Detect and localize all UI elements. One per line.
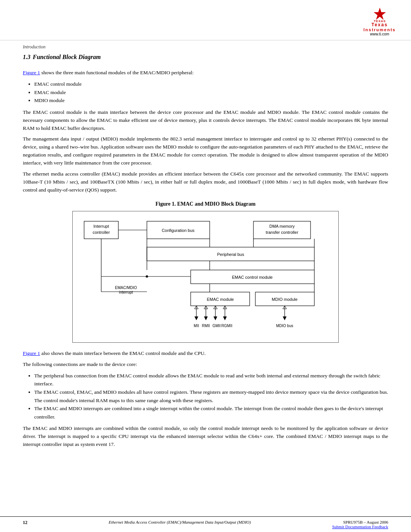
figure-container: Figure 1. EMAC and MDIO Block Diagram In… bbox=[23, 201, 388, 343]
section-heading: 1.3 Functional Block Diagram bbox=[23, 51, 388, 65]
footer-doc-ref: SPRU975B – August 2006 bbox=[332, 520, 388, 524]
peripheral-bus-label: Peripheral bus bbox=[217, 252, 244, 257]
logo-texas: Texas bbox=[371, 22, 388, 27]
para5: The following connections are made to th… bbox=[23, 361, 388, 369]
mdio-module-label: MDIO module bbox=[272, 297, 298, 302]
emac-mdio-int-label2: interrupt bbox=[119, 290, 133, 294]
main-content: 1.3 Functional Block Diagram Figure 1 sh… bbox=[0, 51, 411, 459]
arrow-rmii-head bbox=[204, 316, 208, 320]
section-title: Functional Block Diagram bbox=[33, 54, 101, 61]
footer-right: SPRU975B – August 2006 Submit Documentat… bbox=[332, 520, 388, 529]
interrupt-label2: controller bbox=[92, 230, 110, 235]
arrow-gmii-head bbox=[213, 316, 217, 320]
section-number: 1.3 bbox=[23, 54, 30, 61]
figure1-link-1[interactable]: Figure 1 bbox=[23, 70, 40, 75]
ti-logo-icon: TEXAS bbox=[370, 7, 390, 23]
arrow-mii-head bbox=[194, 316, 198, 320]
figure-title: Figure 1. EMAC and MDIO Block Diagram bbox=[23, 201, 388, 207]
feedback-link[interactable]: Submit Documentation Feedback bbox=[332, 524, 388, 529]
mdio-bus-label: MDIO bus bbox=[276, 324, 293, 328]
intro-text: shows the three main functional modules … bbox=[40, 70, 193, 75]
config-bus-label: Configuration bus bbox=[162, 228, 195, 233]
page-number: 12 bbox=[23, 520, 27, 525]
gmii-label: GMII bbox=[212, 324, 221, 328]
para6: The EMAC and MDIO interrupts are combine… bbox=[23, 425, 388, 449]
ti-logo: TEXAS Texas Instruments www.ti.com bbox=[363, 7, 396, 36]
rmii-label: RMII bbox=[202, 324, 210, 328]
page-footer: 12 Ethernet Media Access Controller (EMA… bbox=[0, 516, 411, 532]
mii-label: MII bbox=[194, 324, 199, 328]
list-item: The EMAC and MDIO interrupts are combine… bbox=[34, 404, 388, 421]
logo-url: www.ti.com bbox=[370, 32, 389, 36]
rgmii-label: RGMII bbox=[221, 324, 233, 328]
logo-instruments: Instruments bbox=[363, 27, 396, 32]
breadcrumb: Introduction bbox=[0, 40, 411, 51]
page: TEXAS Texas Instruments www.ti.com Intro… bbox=[0, 0, 411, 532]
dma-label1: DMA memory bbox=[269, 224, 295, 228]
interrupt-label1: Interrupt bbox=[94, 224, 109, 228]
footer-center: Ethernet Media Access Controller (EMAC)/… bbox=[27, 520, 332, 524]
dma-label2: transfer controller bbox=[266, 230, 298, 235]
connections-list: The peripheral bus connection from the E… bbox=[34, 372, 388, 421]
para2: The management data input / output (MDIO… bbox=[23, 135, 388, 167]
list-item: MDIO module bbox=[34, 96, 388, 105]
svg-marker-0 bbox=[374, 8, 386, 20]
para4-text: also shows the main interface between th… bbox=[40, 350, 206, 356]
intro-paragraph: Figure 1 shows the three main functional… bbox=[23, 69, 388, 77]
para1: The EMAC control module is the main inte… bbox=[23, 109, 388, 133]
list-item: EMAC control module bbox=[34, 80, 388, 88]
module-list: EMAC control module EMAC module MDIO mod… bbox=[34, 80, 388, 105]
junction-dot bbox=[146, 275, 148, 278]
para4: Figure 1 also shows the main interface b… bbox=[23, 350, 388, 358]
list-item: EMAC module bbox=[34, 88, 388, 97]
arrow-rgmii-head bbox=[223, 316, 227, 320]
para3: The ethernet media access controller (EM… bbox=[23, 170, 388, 194]
list-item: The peripheral bus connection from the E… bbox=[34, 372, 388, 388]
arrow-mdio-head bbox=[283, 316, 287, 320]
block-diagram: Interrupt controller Configuration bus D… bbox=[80, 217, 331, 335]
diagram-wrapper: Interrupt controller Configuration bus D… bbox=[72, 211, 339, 343]
footer-left: 12 bbox=[23, 520, 27, 526]
figure1-link-2[interactable]: Figure 1 bbox=[23, 350, 40, 356]
list-item: The EMAC control, EMAC, and MDIO modules… bbox=[34, 388, 388, 404]
emac-control-label: EMAC control module bbox=[232, 275, 273, 280]
emac-module-label: EMAC module bbox=[207, 297, 234, 302]
page-header: TEXAS Texas Instruments www.ti.com bbox=[0, 0, 411, 40]
emac-mdio-int-label1: EMAC/MDIO bbox=[115, 286, 137, 290]
